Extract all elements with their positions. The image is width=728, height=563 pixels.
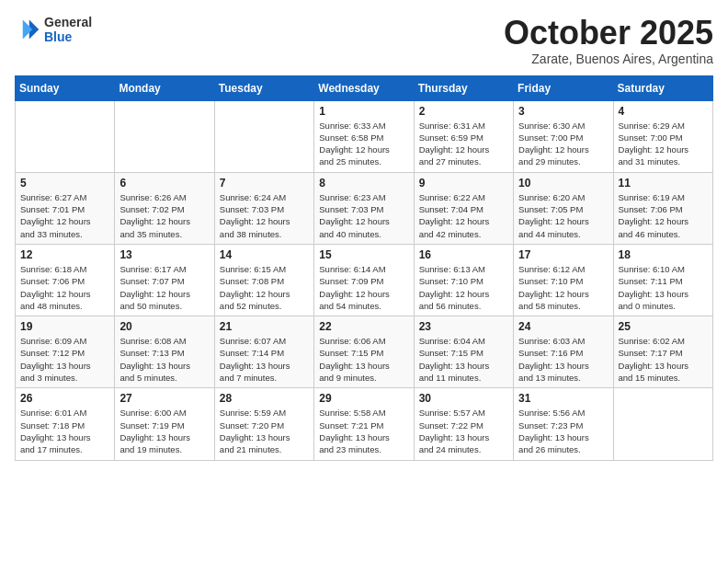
day-info: Sunrise: 6:29 AM Sunset: 7:00 PM Dayligh… bbox=[619, 120, 708, 168]
day-info: Sunrise: 6:08 AM Sunset: 7:13 PM Dayligh… bbox=[119, 335, 209, 384]
calendar-day-cell: 30Sunrise: 5:57 AM Sunset: 7:22 PM Dayli… bbox=[414, 388, 513, 460]
day-number: 7 bbox=[220, 177, 309, 190]
logo: General Blue bbox=[15, 15, 92, 44]
empty-day-cell bbox=[613, 388, 712, 460]
day-info: Sunrise: 6:15 AM Sunset: 7:08 PM Dayligh… bbox=[220, 263, 309, 312]
day-number: 18 bbox=[619, 248, 708, 261]
logo-text: General Blue bbox=[44, 15, 92, 44]
day-number: 25 bbox=[619, 320, 708, 333]
calendar-day-cell: 4Sunrise: 6:29 AM Sunset: 7:00 PM Daylig… bbox=[613, 100, 712, 172]
calendar-table: SundayMondayTuesdayWednesdayThursdayFrid… bbox=[15, 75, 713, 461]
day-number: 12 bbox=[20, 248, 109, 261]
calendar-day-cell: 6Sunrise: 6:26 AM Sunset: 7:02 PM Daylig… bbox=[115, 172, 214, 244]
day-info: Sunrise: 6:17 AM Sunset: 7:07 PM Dayligh… bbox=[119, 263, 209, 312]
calendar-day-cell: 19Sunrise: 6:09 AM Sunset: 7:12 PM Dayli… bbox=[16, 316, 115, 388]
day-number: 22 bbox=[319, 320, 408, 333]
calendar-day-cell: 23Sunrise: 6:04 AM Sunset: 7:15 PM Dayli… bbox=[414, 316, 513, 388]
day-number: 5 bbox=[20, 177, 109, 190]
calendar-day-cell: 20Sunrise: 6:08 AM Sunset: 7:13 PM Dayli… bbox=[115, 316, 214, 388]
calendar-day-cell: 10Sunrise: 6:20 AM Sunset: 7:05 PM Dayli… bbox=[514, 172, 613, 244]
day-info: Sunrise: 6:14 AM Sunset: 7:09 PM Dayligh… bbox=[319, 263, 408, 312]
day-number: 28 bbox=[220, 392, 309, 405]
calendar-day-cell: 3Sunrise: 6:30 AM Sunset: 7:00 PM Daylig… bbox=[514, 100, 613, 172]
day-info: Sunrise: 6:33 AM Sunset: 6:58 PM Dayligh… bbox=[319, 120, 408, 168]
calendar-day-cell: 17Sunrise: 6:12 AM Sunset: 7:10 PM Dayli… bbox=[514, 244, 613, 316]
day-info: Sunrise: 6:13 AM Sunset: 7:10 PM Dayligh… bbox=[419, 263, 508, 312]
calendar-day-cell: 26Sunrise: 6:01 AM Sunset: 7:18 PM Dayli… bbox=[16, 388, 115, 460]
day-info: Sunrise: 6:18 AM Sunset: 7:06 PM Dayligh… bbox=[20, 263, 109, 312]
day-number: 16 bbox=[419, 248, 508, 261]
calendar-day-cell: 14Sunrise: 6:15 AM Sunset: 7:08 PM Dayli… bbox=[214, 244, 313, 316]
day-number: 6 bbox=[119, 177, 209, 190]
calendar-week-row: 5Sunrise: 6:27 AM Sunset: 7:01 PM Daylig… bbox=[16, 172, 713, 244]
day-info: Sunrise: 5:58 AM Sunset: 7:21 PM Dayligh… bbox=[319, 407, 408, 455]
day-number: 23 bbox=[419, 320, 508, 333]
weekday-header-friday: Friday bbox=[514, 75, 613, 100]
logo-general-label: General bbox=[44, 15, 92, 29]
weekday-header-thursday: Thursday bbox=[414, 75, 513, 100]
weekday-header-wednesday: Wednesday bbox=[314, 75, 414, 100]
day-number: 29 bbox=[319, 392, 408, 405]
day-info: Sunrise: 6:06 AM Sunset: 7:15 PM Dayligh… bbox=[319, 335, 408, 384]
calendar-day-cell: 22Sunrise: 6:06 AM Sunset: 7:15 PM Dayli… bbox=[314, 316, 414, 388]
weekday-header-tuesday: Tuesday bbox=[214, 75, 313, 100]
day-info: Sunrise: 6:19 AM Sunset: 7:06 PM Dayligh… bbox=[619, 191, 708, 240]
day-number: 4 bbox=[619, 105, 708, 118]
day-info: Sunrise: 5:59 AM Sunset: 7:20 PM Dayligh… bbox=[220, 407, 309, 455]
day-number: 31 bbox=[518, 392, 608, 405]
day-info: Sunrise: 5:56 AM Sunset: 7:23 PM Dayligh… bbox=[518, 407, 608, 455]
day-info: Sunrise: 6:01 AM Sunset: 7:18 PM Dayligh… bbox=[20, 407, 109, 455]
calendar-day-cell: 1Sunrise: 6:33 AM Sunset: 6:58 PM Daylig… bbox=[314, 100, 414, 172]
day-info: Sunrise: 6:02 AM Sunset: 7:17 PM Dayligh… bbox=[619, 335, 708, 384]
calendar-day-cell: 16Sunrise: 6:13 AM Sunset: 7:10 PM Dayli… bbox=[414, 244, 513, 316]
calendar-day-cell: 27Sunrise: 6:00 AM Sunset: 7:19 PM Dayli… bbox=[115, 388, 214, 460]
calendar-day-cell: 29Sunrise: 5:58 AM Sunset: 7:21 PM Dayli… bbox=[314, 388, 414, 460]
calendar-day-cell: 7Sunrise: 6:24 AM Sunset: 7:03 PM Daylig… bbox=[214, 172, 313, 244]
calendar-day-cell: 12Sunrise: 6:18 AM Sunset: 7:06 PM Dayli… bbox=[16, 244, 115, 316]
month-title: October 2025 bbox=[504, 15, 713, 52]
day-number: 9 bbox=[419, 177, 508, 190]
calendar-day-cell: 9Sunrise: 6:22 AM Sunset: 7:04 PM Daylig… bbox=[414, 172, 513, 244]
day-info: Sunrise: 6:07 AM Sunset: 7:14 PM Dayligh… bbox=[220, 335, 309, 384]
calendar-day-cell: 21Sunrise: 6:07 AM Sunset: 7:14 PM Dayli… bbox=[214, 316, 313, 388]
day-number: 30 bbox=[419, 392, 508, 405]
calendar-day-cell: 28Sunrise: 5:59 AM Sunset: 7:20 PM Dayli… bbox=[214, 388, 313, 460]
day-info: Sunrise: 6:10 AM Sunset: 7:11 PM Dayligh… bbox=[619, 263, 708, 312]
day-number: 8 bbox=[319, 177, 408, 190]
day-number: 14 bbox=[220, 248, 309, 261]
logo-icon bbox=[15, 17, 40, 42]
day-number: 26 bbox=[20, 392, 109, 405]
calendar-week-row: 19Sunrise: 6:09 AM Sunset: 7:12 PM Dayli… bbox=[16, 316, 713, 388]
day-info: Sunrise: 6:20 AM Sunset: 7:05 PM Dayligh… bbox=[518, 191, 608, 240]
calendar-week-row: 1Sunrise: 6:33 AM Sunset: 6:58 PM Daylig… bbox=[16, 100, 713, 172]
title-block: October 2025 Zarate, Buenos Aires, Argen… bbox=[504, 15, 713, 66]
day-info: Sunrise: 6:04 AM Sunset: 7:15 PM Dayligh… bbox=[419, 335, 508, 384]
day-number: 21 bbox=[220, 320, 309, 333]
calendar-day-cell: 24Sunrise: 6:03 AM Sunset: 7:16 PM Dayli… bbox=[514, 316, 613, 388]
calendar-day-cell: 31Sunrise: 5:56 AM Sunset: 7:23 PM Dayli… bbox=[514, 388, 613, 460]
day-info: Sunrise: 6:12 AM Sunset: 7:10 PM Dayligh… bbox=[518, 263, 608, 312]
day-info: Sunrise: 6:27 AM Sunset: 7:01 PM Dayligh… bbox=[20, 191, 109, 240]
calendar-day-cell: 18Sunrise: 6:10 AM Sunset: 7:11 PM Dayli… bbox=[613, 244, 712, 316]
day-number: 13 bbox=[119, 248, 209, 261]
day-number: 3 bbox=[518, 105, 608, 118]
day-info: Sunrise: 5:57 AM Sunset: 7:22 PM Dayligh… bbox=[419, 407, 508, 455]
day-number: 15 bbox=[319, 248, 408, 261]
day-info: Sunrise: 6:23 AM Sunset: 7:03 PM Dayligh… bbox=[319, 191, 408, 240]
calendar-day-cell: 15Sunrise: 6:14 AM Sunset: 7:09 PM Dayli… bbox=[314, 244, 414, 316]
day-number: 2 bbox=[419, 105, 508, 118]
empty-day-cell bbox=[115, 100, 214, 172]
calendar-day-cell: 11Sunrise: 6:19 AM Sunset: 7:06 PM Dayli… bbox=[613, 172, 712, 244]
day-number: 19 bbox=[20, 320, 109, 333]
weekday-header-monday: Monday bbox=[115, 75, 214, 100]
day-info: Sunrise: 6:09 AM Sunset: 7:12 PM Dayligh… bbox=[20, 335, 109, 384]
weekday-header-sunday: Sunday bbox=[16, 75, 115, 100]
location-subtitle: Zarate, Buenos Aires, Argentina bbox=[504, 52, 713, 66]
weekday-header-row: SundayMondayTuesdayWednesdayThursdayFrid… bbox=[16, 75, 713, 100]
empty-day-cell bbox=[16, 100, 115, 172]
page-header: General Blue October 2025 Zarate, Buenos… bbox=[15, 15, 713, 66]
day-number: 1 bbox=[319, 105, 408, 118]
day-info: Sunrise: 6:31 AM Sunset: 6:59 PM Dayligh… bbox=[419, 120, 508, 168]
day-info: Sunrise: 6:24 AM Sunset: 7:03 PM Dayligh… bbox=[220, 191, 309, 240]
calendar-day-cell: 8Sunrise: 6:23 AM Sunset: 7:03 PM Daylig… bbox=[314, 172, 414, 244]
